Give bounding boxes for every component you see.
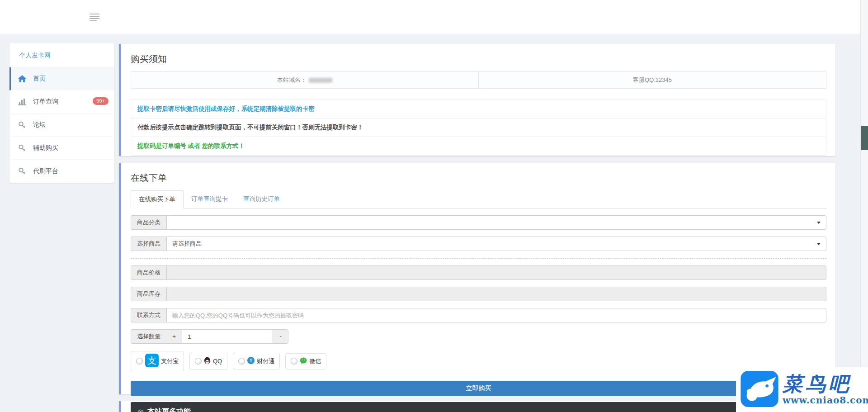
payment-label: QQ: [213, 358, 222, 365]
site-domain-cell: 本站域名：: [131, 72, 478, 88]
order-count-badge: 99+: [93, 97, 108, 105]
payment-label: 支付宝: [161, 357, 179, 365]
payment-option-qq[interactable]: QQ: [189, 353, 227, 370]
notice-row: 提取卡密后请尽快激活使用或保存好，系统定期清除被提取的卡密: [131, 100, 826, 118]
panel-title: 在线下单: [131, 172, 826, 184]
scrollbar-thumb[interactable]: [861, 126, 868, 150]
top-header: [0, 0, 868, 34]
sidebar-item-home[interactable]: 首页: [9, 67, 114, 90]
tab-history-orders[interactable]: 查询历史订单: [236, 190, 288, 208]
watermark-texts: 菜鸟吧 www.cniao8.com: [783, 374, 868, 406]
product-row: 选择商品 请选择商品: [131, 237, 826, 251]
chevron-down-icon: [817, 222, 821, 224]
stock-field: [166, 287, 826, 301]
cniao8-watermark: 菜鸟吧 www.cniao8.com: [736, 367, 868, 412]
qq-icon: [204, 357, 211, 366]
quantity-plus-button[interactable]: +: [166, 329, 182, 344]
sidebar-item-forum[interactable]: 论坛: [9, 114, 114, 137]
watermark-name: 菜鸟吧: [783, 374, 868, 394]
home-icon: [18, 75, 28, 83]
key-icon: [18, 144, 28, 152]
chevron-down-icon: [817, 243, 821, 245]
radio-icon[interactable]: [238, 358, 245, 365]
radio-icon[interactable]: [136, 358, 143, 365]
payment-option-wechat[interactable]: 微信: [285, 353, 326, 369]
tab-order-extract[interactable]: 订单查询提卡: [184, 190, 236, 208]
payment-options: 支 支付宝 QQ T: [131, 351, 826, 371]
quantity-label: 选择数量: [131, 329, 166, 344]
sidebar-item-label: 代刷平台: [33, 167, 58, 175]
notice-row: 付款后按提示点击确定跳转到提取页面，不可提前关闭窗口！否则无法提取到卡密！: [131, 118, 826, 137]
category-row: 商品分类: [131, 215, 826, 230]
site-info-row: 本站域名： 客服QQ:12345: [131, 71, 826, 89]
site-domain-label: 本站域名：: [277, 76, 307, 83]
sidebar-item-proxy-platform[interactable]: 代刷平台: [9, 160, 114, 183]
category-label: 商品分类: [131, 215, 166, 230]
quantity-minus-button[interactable]: -: [273, 329, 288, 344]
price-label: 商品价格: [131, 265, 166, 280]
page: 个人发卡网 首页 订单查询 99+ 论坛 辅助购买: [0, 0, 868, 412]
site-brand: 个人发卡网: [9, 43, 114, 67]
dashed-divider: [131, 258, 826, 259]
category-select[interactable]: [166, 215, 826, 230]
more-functions-panel: ◎ 本站更多功能: [119, 401, 835, 412]
price-field: [166, 265, 826, 280]
payment-label: 微信: [309, 357, 321, 365]
circle-dot-icon: ◎: [137, 407, 144, 412]
main-content: 购买须知 本站域名： 客服QQ:12345 提取卡密后请尽快激活使用或保存好，系…: [119, 44, 835, 412]
buy-now-button[interactable]: 立即购买: [131, 381, 826, 396]
redacted-domain: [309, 78, 332, 83]
payment-label: 财付通: [257, 357, 274, 365]
product-select-value: 请选择商品: [172, 240, 202, 248]
more-functions-title: 本站更多功能: [147, 407, 191, 412]
vertical-scrollbar[interactable]: [860, 0, 868, 412]
product-select[interactable]: 请选择商品: [166, 237, 826, 251]
online-order-panel: 在线下单 在线购买下单 订单查询提卡 查询历史订单 商品分类 选择商品 请选择商…: [119, 163, 835, 394]
payment-option-alipay[interactable]: 支 支付宝: [131, 351, 184, 371]
quantity-input[interactable]: [182, 329, 273, 344]
sidebar-item-label: 辅助购买: [33, 144, 58, 152]
stock-row: 商品库存: [131, 287, 826, 301]
more-functions-header: ◎ 本站更多功能: [131, 402, 826, 412]
notice-row: 提取码是订单编号 或者 您的联系方式！: [131, 137, 826, 155]
stock-label: 商品库存: [131, 287, 166, 301]
svg-text:T: T: [250, 358, 253, 363]
quantity-row: 选择数量 + -: [131, 329, 288, 344]
contact-row: 联系方式: [131, 308, 826, 322]
sidebar-item-label: 论坛: [33, 121, 46, 129]
cniao8-bird-logo-icon: [741, 371, 778, 409]
key-icon: [18, 121, 28, 129]
notice-list: 提取卡密后请尽快激活使用或保存好，系统定期清除被提取的卡密 付款后按提示点击确定…: [131, 99, 826, 156]
svg-text:支: 支: [147, 355, 156, 365]
radio-icon[interactable]: [195, 358, 202, 365]
sidebar-item-assist-buy[interactable]: 辅助购买: [9, 137, 114, 160]
tenpay-icon: T: [247, 357, 255, 365]
panel-title: 购买须知: [131, 53, 826, 65]
sidebar-item-label: 订单查询: [33, 98, 58, 106]
wechat-icon: [300, 357, 307, 365]
service-qq-cell: 客服QQ:12345: [478, 72, 826, 88]
purchase-notice-panel: 购买须知 本站域名： 客服QQ:12345 提取卡密后请尽快激活使用或保存好，系…: [119, 44, 835, 156]
key-icon: [18, 167, 28, 175]
contact-label: 联系方式: [131, 308, 166, 322]
product-label: 选择商品: [131, 237, 166, 251]
sidebar-toggle-hamburger-icon[interactable]: [90, 12, 99, 21]
price-row: 商品价格: [131, 265, 826, 280]
payment-option-tenpay[interactable]: T 财付通: [233, 353, 280, 369]
radio-icon[interactable]: [291, 358, 297, 365]
alipay-icon: 支: [145, 354, 159, 369]
tab-online-buy[interactable]: 在线购买下单: [131, 190, 184, 208]
order-form: 商品分类 选择商品 请选择商品 商品价格 商品库存: [131, 215, 826, 396]
sidebar: 个人发卡网 首页 订单查询 99+ 论坛 辅助购买: [9, 43, 114, 183]
order-tabs: 在线购买下单 订单查询提卡 查询历史订单: [131, 190, 826, 208]
contact-input[interactable]: [166, 308, 826, 322]
watermark-url: www.cniao8.com: [783, 395, 868, 406]
sidebar-item-label: 首页: [33, 75, 46, 83]
sidebar-item-order-query[interactable]: 订单查询 99+: [9, 90, 114, 114]
bar-chart-icon: [18, 98, 28, 106]
